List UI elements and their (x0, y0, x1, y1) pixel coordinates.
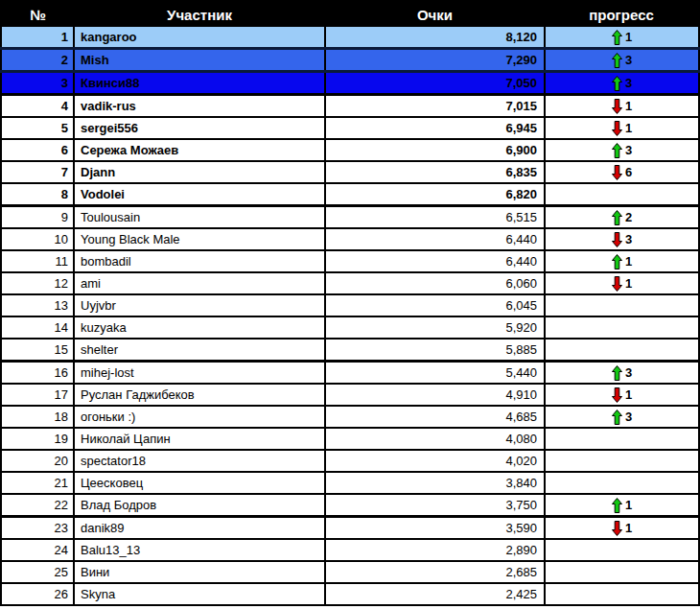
progress-value: 3 (625, 144, 632, 156)
progress-value: 1 (625, 522, 632, 534)
table-row: 19Николай Цапин4,080 (1, 428, 699, 450)
participant-name-cell: kuzyaka (74, 316, 325, 339)
progress-cell: 3 (545, 72, 699, 95)
progress-indicator: 1 (612, 99, 632, 114)
rank-cell: 11 (1, 250, 74, 272)
points-cell: 7,290 (325, 49, 545, 72)
participant-name-cell: ami (74, 272, 325, 294)
table-row: 14kuzyaka5,920 (1, 316, 699, 339)
points-cell: 6,045 (325, 294, 545, 316)
rank-cell: 26 (1, 583, 74, 605)
participant-name-cell: Toulousain (74, 206, 325, 229)
progress-indicator: 1 (612, 121, 632, 136)
table-row: 18огоньки :)4,6853 (1, 406, 699, 428)
progress-value: 3 (625, 366, 632, 379)
progress-cell (545, 183, 699, 206)
progress-value: 3 (625, 233, 632, 246)
col-header-rank: № (1, 1, 74, 27)
leaderboard-table: № Участник Очки прогресс 1kangaroo8,1201… (0, 0, 700, 606)
down-arrow-icon (612, 165, 622, 180)
progress-value: 1 (625, 255, 632, 268)
participant-name-cell: Young Black Male (74, 228, 325, 250)
progress-indicator: 1 (612, 498, 632, 513)
down-arrow-icon (612, 232, 622, 247)
down-arrow-icon (612, 121, 622, 136)
participant-name-cell: vadik-rus (74, 95, 325, 118)
down-arrow-icon (612, 99, 622, 114)
rank-cell: 23 (1, 517, 74, 540)
table-row: 4vadik-rus7,0151 (1, 95, 699, 118)
table-row: 17Руслан Гаджибеков4,9101 (1, 384, 699, 406)
progress-indicator: 3 (612, 143, 632, 158)
up-arrow-icon (612, 498, 622, 513)
table-row: 5sergei5566,9451 (1, 117, 699, 139)
up-arrow-icon (612, 30, 622, 45)
table-row: 24Balu13_132,890 (1, 539, 699, 561)
points-cell: 5,885 (325, 339, 545, 362)
points-cell: 6,945 (325, 117, 545, 139)
participant-name-cell: kangaroo (74, 27, 325, 49)
points-cell: 7,015 (325, 95, 545, 118)
progress-value: 1 (625, 100, 632, 112)
points-cell: 4,685 (325, 406, 545, 428)
participant-name-cell: Вини (74, 561, 325, 583)
rank-cell: 5 (1, 117, 74, 139)
rank-cell: 14 (1, 316, 74, 339)
progress-cell: 1 (545, 95, 699, 118)
points-cell: 2,685 (325, 561, 545, 583)
progress-value: 3 (625, 77, 632, 89)
rank-cell: 2 (1, 49, 74, 72)
participant-name-cell: Vodolei (74, 183, 325, 206)
progress-value: 1 (625, 499, 632, 511)
table-row: 9Toulousain6,5152 (1, 206, 699, 229)
rank-cell: 25 (1, 561, 74, 583)
rank-cell: 18 (1, 406, 74, 428)
points-cell: 7,050 (325, 72, 545, 95)
rank-cell: 10 (1, 228, 74, 250)
col-header-progress: прогресс (545, 1, 699, 27)
table-row: 13Uyjvbr6,045 (1, 294, 699, 316)
table-row: 25Вини2,685 (1, 561, 699, 583)
participant-name-cell: Skyna (74, 583, 325, 605)
progress-cell (545, 472, 699, 494)
progress-indicator: 1 (612, 276, 632, 292)
rank-cell: 9 (1, 206, 74, 229)
progress-cell: 1 (545, 384, 699, 406)
participant-name-cell: Квинси88 (74, 72, 325, 95)
table-row: 6Сережа Можаев6,9003 (1, 139, 699, 161)
progress-value: 3 (625, 54, 632, 66)
participant-name-cell: Сережа Можаев (74, 139, 325, 161)
progress-cell: 3 (545, 139, 699, 161)
points-cell: 4,080 (325, 428, 545, 450)
progress-cell: 1 (545, 272, 699, 294)
participant-name-cell: Руслан Гаджибеков (74, 384, 325, 406)
points-cell: 6,060 (325, 272, 545, 294)
progress-cell: 3 (545, 406, 699, 428)
progress-cell: 1 (545, 27, 699, 49)
points-cell: 3,840 (325, 472, 545, 494)
points-cell: 6,515 (325, 206, 545, 229)
progress-indicator: 2 (612, 210, 632, 225)
table-row: 23danik893,5901 (1, 517, 699, 540)
rank-cell: 1 (1, 27, 74, 49)
table-row: 2Mish7,2903 (1, 49, 699, 72)
up-arrow-icon (612, 143, 622, 158)
rank-cell: 21 (1, 472, 74, 494)
progress-cell: 6 (545, 161, 699, 183)
progress-cell: 3 (545, 362, 699, 385)
progress-indicator: 1 (612, 521, 632, 536)
table-row: 16mihej-lost5,4403 (1, 362, 699, 385)
progress-cell: 1 (545, 494, 699, 517)
table-row: 3Квинси887,0503 (1, 72, 699, 95)
table-row: 10Young Black Male6,4403 (1, 228, 699, 250)
up-arrow-icon (612, 365, 622, 381)
points-cell: 2,425 (325, 583, 545, 605)
table-row: 12ami6,0601 (1, 272, 699, 294)
points-cell: 6,820 (325, 183, 545, 206)
progress-cell (545, 450, 699, 472)
progress-value: 1 (625, 277, 632, 290)
progress-cell: 3 (545, 49, 699, 72)
up-arrow-icon (612, 410, 622, 425)
progress-indicator: 3 (612, 410, 632, 425)
progress-cell: 1 (545, 517, 699, 540)
